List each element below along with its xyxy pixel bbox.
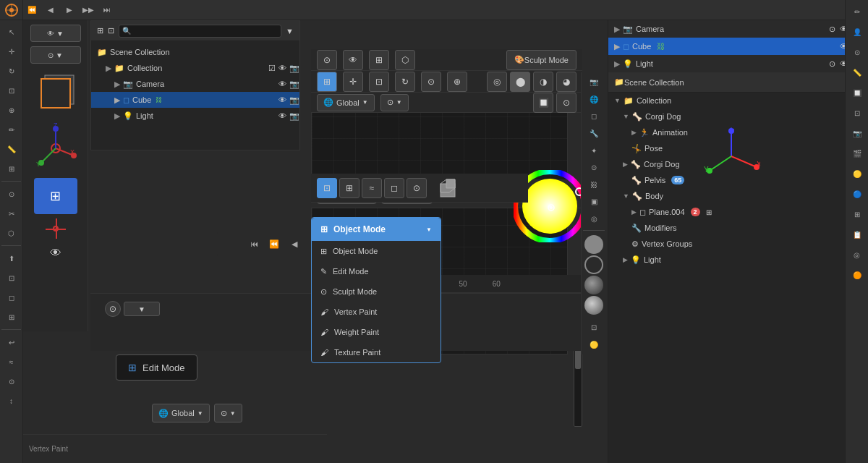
right-icon-14[interactable]: 🟠 xyxy=(848,266,866,284)
nla-btn[interactable]: ◻ xyxy=(384,178,404,198)
right-icon-10[interactable]: 🔵 xyxy=(848,185,866,203)
snap-icon[interactable]: 🔲 xyxy=(533,93,553,113)
light-eye-sm[interactable]: 👁 xyxy=(278,111,286,121)
prop-extra-1[interactable]: ⊡ xyxy=(585,320,603,335)
scene-item-cube[interactable]: ▶ ◻ Cube ⛓ 👁 📷 xyxy=(608,38,868,55)
tool-cursor[interactable]: ↖ xyxy=(3,23,20,41)
sphere-solid[interactable] xyxy=(584,235,603,254)
cam-eye-sm[interactable]: 👁 xyxy=(278,80,286,89)
tool-bridge[interactable]: ⊞ xyxy=(3,308,20,326)
shading-solid[interactable]: ⬤ xyxy=(510,72,530,92)
right-icon-8[interactable]: 🎬 xyxy=(848,145,866,162)
transform-icon[interactable]: ⊕ xyxy=(447,72,467,92)
right-icon-3[interactable]: ⊙ xyxy=(848,43,866,61)
select-mode-indicator[interactable]: ⊞ xyxy=(34,178,77,214)
overlay-btn-2[interactable]: ⊙ ▼ xyxy=(30,46,81,64)
fcurve-btn[interactable]: ≈ xyxy=(362,178,382,198)
tool-measure[interactable]: 📏 xyxy=(3,140,20,158)
tree-corgi-1[interactable]: ▼ 🦴 Corgi Dog xyxy=(608,109,868,124)
light-render-sm[interactable]: 📷 xyxy=(289,111,299,121)
shading-render[interactable]: ◕ xyxy=(556,72,576,92)
bottom-global-btn[interactable]: 🌐 Global ▼ xyxy=(152,404,210,422)
timeline-prev-frame[interactable]: ◀ xyxy=(43,3,58,17)
global-selector[interactable]: 🌐 Global ▼ xyxy=(317,94,375,111)
view-icon-1[interactable]: ⊙ xyxy=(317,50,337,70)
tree-collection[interactable]: ▼ 📁 Collection xyxy=(608,93,868,109)
tool-move[interactable]: ✛ xyxy=(3,43,20,60)
view-icon-4[interactable]: ⬡ xyxy=(395,50,415,70)
timeline-prev-key[interactable]: ⏪ xyxy=(25,3,39,17)
dropdown-object-mode[interactable]: ⊞ Object Mode xyxy=(312,241,441,261)
tool-scale[interactable]: ⊡ xyxy=(3,82,20,99)
anim-icon-5[interactable]: ⊙ xyxy=(407,178,427,198)
right-icon-9[interactable]: 🟡 xyxy=(848,165,866,182)
sculpt-mode-btn[interactable]: 🎨 Sculpt Mode xyxy=(506,50,576,70)
prop-particles-icon[interactable]: ✦ xyxy=(585,143,603,158)
dropdown-vertex-paint[interactable]: 🖌 Vertex Paint xyxy=(312,302,441,322)
scale-icon[interactable]: ⊙ xyxy=(421,72,441,92)
small-header-search[interactable]: 🔍 xyxy=(119,25,281,38)
select-box-icon[interactable]: ⊞ xyxy=(317,72,337,92)
cube-eye-sm[interactable]: 👁 xyxy=(278,95,286,105)
small-camera-item[interactable]: ▶ 📷 Camera 👁 📷 xyxy=(91,76,299,92)
tree-light-bottom[interactable]: ▶ 💡 Light xyxy=(608,252,868,268)
proportional-edit-icon[interactable]: ⊙ xyxy=(556,93,576,113)
tool-knife[interactable]: ✂ xyxy=(3,205,20,222)
object-mode-header[interactable]: ⊞ Object Mode ▼ xyxy=(312,218,441,241)
dropdown-sculpt-mode[interactable]: ⊙ Sculpt Mode xyxy=(312,281,441,302)
play-go-start[interactable]: ⏮ xyxy=(245,235,263,252)
small-scene-collection[interactable]: 📁 Scene Collection xyxy=(91,44,299,60)
timeline-next-frame[interactable]: ▶▶ xyxy=(81,3,95,17)
tool-inset[interactable]: ⊡ xyxy=(3,269,20,286)
dropdown-weight-paint[interactable]: 🖌 Weight Paint xyxy=(312,322,441,342)
dope-sheet-btn[interactable]: ⊞ xyxy=(339,178,359,198)
tool-add-cube[interactable]: ⊞ xyxy=(3,160,20,177)
cube-render-sm[interactable]: 📷 xyxy=(289,95,299,105)
cam-render-sm[interactable]: 📷 xyxy=(289,80,299,89)
sphere-wire[interactable] xyxy=(584,255,603,274)
rotate-icon[interactable]: ↻ xyxy=(395,72,415,92)
right-icon-13[interactable]: ◎ xyxy=(848,246,866,263)
scene-item-light[interactable]: ▶ 💡 Light ⊙ 👁 📷 xyxy=(608,55,868,72)
small-cube-item[interactable]: ▶ ◻ Cube ⛓ 👁 📷 xyxy=(91,92,299,108)
auto-key-btn[interactable]: ⊙ xyxy=(105,301,121,317)
tool-rotate[interactable]: ↻ xyxy=(3,62,20,80)
tool-extrude[interactable]: ⬆ xyxy=(3,250,20,267)
tree-vertex-groups[interactable]: ⚙ Vertex Groups ⊞ xyxy=(608,236,868,252)
play-prev-frame[interactable]: ◀ xyxy=(286,235,303,252)
tool-spin[interactable]: ↩ xyxy=(3,334,20,351)
bottom-pivot-btn[interactable]: ⊙ ▼ xyxy=(214,404,242,422)
prop-modifier-icon[interactable]: 🔧 xyxy=(585,127,603,141)
timeline-play[interactable]: ▶ xyxy=(62,3,77,17)
right-icon-2[interactable]: 👤 xyxy=(848,23,866,41)
viewport-eye[interactable]: 👁 xyxy=(46,243,66,263)
prop-object-data-icon[interactable]: ▣ xyxy=(585,195,603,209)
tree-body[interactable]: ▼ 🦴 Body xyxy=(608,188,868,204)
right-icon-7[interactable]: 📷 xyxy=(848,124,866,142)
small-light-item[interactable]: ▶ 💡 Light 👁 📷 xyxy=(91,108,299,124)
view-icon-2[interactable]: 👁 xyxy=(343,50,363,70)
timeline-go-end[interactable]: ⏭ xyxy=(100,3,114,17)
tree-modifiers[interactable]: 🔧 Modifiers xyxy=(608,220,868,236)
prop-material-icon[interactable]: ◎ xyxy=(585,212,603,226)
timeline-playback-dropdown[interactable]: ▼ xyxy=(124,302,160,316)
small-header-funnel[interactable]: ▼ xyxy=(286,27,294,35)
prop-scene-icon[interactable]: 📷 xyxy=(585,75,603,90)
right-icon-6[interactable]: ⊡ xyxy=(848,104,866,122)
tool-smooth[interactable]: ≈ xyxy=(3,353,20,370)
tree-plane[interactable]: ▶ ◻ Plane.004 2 ⊞ xyxy=(608,204,868,220)
timeline-mode-btn[interactable]: ⊡ xyxy=(317,178,337,198)
small-collection[interactable]: ▶ 📁 Collection ☑ 👁 📷 xyxy=(91,60,299,76)
coll-cam[interactable]: 📷 xyxy=(289,64,299,73)
right-icon-12[interactable]: 📋 xyxy=(848,226,866,243)
prop-world-icon[interactable]: 🌐 xyxy=(585,93,603,107)
prop-extra-2[interactable]: 🟡 xyxy=(585,337,603,352)
right-icon-11[interactable]: ⊞ xyxy=(848,205,866,223)
move-icon[interactable]: ⊡ xyxy=(369,72,389,92)
light-circle-icon[interactable]: ⊙ xyxy=(829,59,835,69)
right-icon-1[interactable]: ✏ xyxy=(848,3,866,20)
view-icon-3[interactable]: ⊞ xyxy=(369,50,389,70)
camera-restrict-icon[interactable]: ⊙ xyxy=(829,25,835,34)
prop-object-icon[interactable]: ◻ xyxy=(585,109,603,124)
play-prev-key[interactable]: ⏪ xyxy=(265,235,283,252)
